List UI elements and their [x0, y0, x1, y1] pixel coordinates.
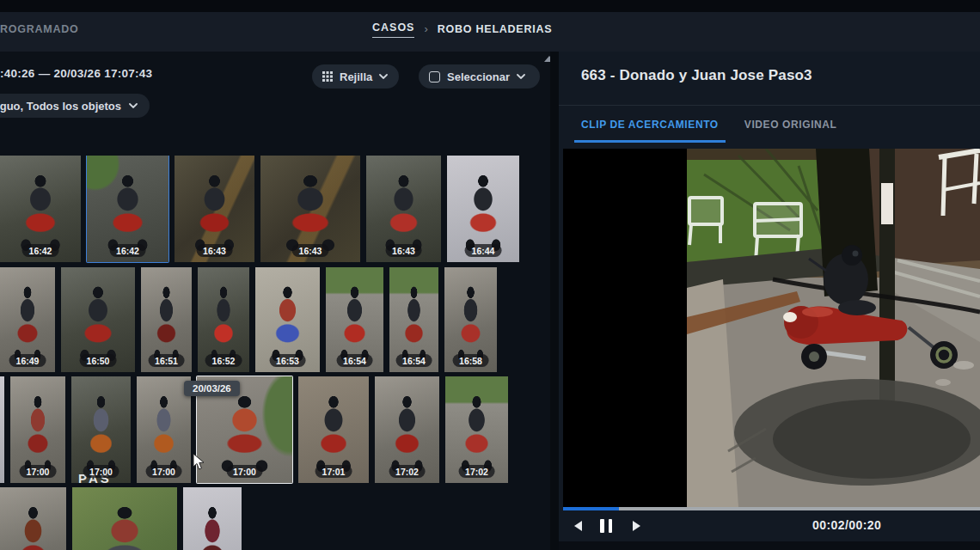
detection-thumbnail[interactable]	[0, 376, 4, 483]
thumbnail-row	[0, 487, 550, 550]
detection-thumbnail[interactable]	[0, 487, 66, 550]
thumbnail-timestamp: 16:42	[109, 244, 146, 257]
chevron-down-icon	[129, 103, 138, 108]
detection-thumbnail[interactable]: 17:01	[298, 376, 369, 483]
detection-thumbnail[interactable]: 16:42	[0, 156, 81, 262]
thumbnail-image	[0, 487, 66, 550]
detection-thumbnail[interactable]: 16:43	[260, 156, 360, 262]
breadcrumb-casos[interactable]: CASOS	[372, 21, 414, 38]
thumbnail-timestamp: 17:02	[389, 465, 426, 478]
previous-frame-button[interactable]	[574, 510, 582, 541]
title-divider	[559, 105, 980, 106]
detection-thumbnail[interactable]: 16:58	[444, 267, 497, 372]
thumbnail-timestamp: 16:54	[336, 354, 373, 367]
detection-thumbnail[interactable]: 17:02	[375, 376, 439, 483]
thumbnail-timestamp: 16:50	[80, 354, 117, 367]
header-bar: ROGRAMADO CASOS › ROBO HELADERIAS	[0, 12, 980, 52]
panel-bottom-strip	[559, 541, 980, 550]
time-range-label: :40:26 — 20/03/26 17:07:43	[0, 67, 152, 80]
detection-thumbnail[interactable]: 16:50	[61, 267, 135, 372]
thumbnail-timestamp: 17:00	[145, 465, 182, 478]
panel-divider	[550, 52, 559, 550]
pause-icon	[600, 519, 604, 533]
select-label: Seleccionar	[447, 70, 510, 83]
tab-video-original[interactable]: VIDEO ORIGINAL	[744, 119, 837, 143]
thumbnail-row: 17:00PAS17:0017:0017:0020/03/2617:0117:0…	[0, 376, 550, 483]
nav-item-programado[interactable]: ROGRAMADO	[0, 23, 78, 35]
thumbnail-timestamp: 16:49	[9, 354, 46, 367]
thumbnail-timestamp: 16:43	[196, 244, 233, 257]
detection-thumbnail[interactable]: PAS17:00	[71, 376, 131, 483]
detection-thumbnail[interactable]	[72, 487, 177, 550]
detection-thumbnail[interactable]: 16:42	[87, 156, 168, 262]
tabs: CLIP DE ACERCAMIENTOVIDEO ORIGINAL	[581, 119, 837, 143]
detection-thumbnail[interactable]: 16:54	[326, 267, 383, 372]
detection-thumbnail[interactable]: 16:53	[255, 267, 320, 372]
breadcrumb-current: ROBO HELADERIAS	[438, 23, 552, 35]
grid-view-label: Rejilla	[340, 70, 372, 83]
detection-thumbnail[interactable]	[183, 487, 242, 550]
detection-thumbnail[interactable]: 16:43	[366, 156, 441, 262]
video-player[interactable]	[563, 149, 980, 507]
camera-title: 663 - Donado y Juan Jose Paso3	[581, 67, 812, 84]
detection-thumbnail[interactable]: 17:00	[10, 376, 65, 483]
thumbnail-timestamp: 16:52	[205, 354, 242, 367]
thumbnail-timestamp: 17:00	[83, 465, 119, 478]
tab-clip-de-acercamiento[interactable]: CLIP DE ACERCAMIENTO	[581, 119, 719, 143]
sort-filter-pill[interactable]: tiguo, Todos los objetos	[0, 94, 150, 118]
sort-filter-label: tiguo, Todos los objetos	[0, 100, 121, 113]
detections-panel: :40:26 — 20/03/26 17:07:43 Rejilla Selec…	[0, 52, 557, 550]
next-frame-button[interactable]	[633, 510, 640, 541]
thumbnail-timestamp: 16:51	[148, 354, 185, 367]
thumbnail-image	[183, 487, 242, 550]
playback-time: 00:02/00:20	[812, 518, 881, 532]
thumbnail-timestamp: 16:43	[292, 244, 329, 257]
grid-icon	[322, 71, 333, 82]
mouse-cursor-icon	[193, 453, 205, 471]
thumbnail-image	[0, 376, 4, 483]
breadcrumb: CASOS › ROBO HELADERIAS	[372, 21, 552, 38]
thumbnail-timestamp: 17:02	[458, 465, 495, 478]
thumbnail-image	[72, 487, 177, 550]
video-frame	[687, 149, 980, 507]
detection-thumbnail[interactable]: 16:54	[389, 267, 438, 372]
detection-thumbnail[interactable]: 16:51	[141, 267, 192, 372]
thumbnail-timestamp: 16:58	[452, 354, 489, 367]
thumbnail-grid: 16:4216:4216:4316:4316:4316:4416:4916:50…	[0, 156, 550, 550]
clip-viewer-panel: 663 - Donado y Juan Jose Paso3 CLIP DE A…	[559, 52, 980, 550]
grid-view-button[interactable]: Rejilla	[312, 64, 399, 89]
window-top-strip	[0, 0, 980, 12]
thumbnail-timestamp: 17:00	[226, 465, 263, 478]
chevron-down-icon	[517, 74, 525, 79]
checkbox-icon	[429, 71, 440, 82]
app: ROGRAMADO CASOS › ROBO HELADERIAS :40:26…	[0, 0, 980, 550]
thumbnail-timestamp: 16:44	[465, 244, 502, 257]
thumbnail-timestamp: 17:00	[20, 465, 57, 478]
detection-thumbnail[interactable]: 17:00	[137, 376, 191, 483]
detection-thumbnail[interactable]: 17:0020/03/26	[197, 376, 292, 483]
thumbnail-timestamp: 16:54	[395, 354, 432, 367]
detection-thumbnail[interactable]: 16:43	[175, 156, 254, 262]
chevron-down-icon	[379, 74, 388, 79]
thumbnail-timestamp: 16:43	[385, 244, 422, 257]
thumbnail-timestamp: 16:42	[22, 244, 59, 257]
detection-thumbnail[interactable]: 16:52	[198, 267, 249, 372]
prev-frame-icon	[574, 521, 582, 531]
pause-button[interactable]	[600, 510, 612, 541]
video-letterbox	[563, 149, 687, 507]
thumbnail-timestamp: 16:53	[269, 354, 306, 367]
thumbnail-row: 16:4916:5016:5116:5216:5316:5416:5416:58	[0, 267, 550, 372]
date-tooltip: 20/03/26	[184, 381, 240, 396]
detection-thumbnail[interactable]: 16:49	[0, 267, 55, 372]
thumbnail-row: 16:4216:4216:4316:4316:4316:44	[0, 156, 550, 262]
select-button[interactable]: Seleccionar	[419, 64, 540, 89]
detection-thumbnail[interactable]: 17:02	[445, 376, 508, 483]
detection-thumbnail[interactable]: 16:44	[447, 156, 519, 262]
next-frame-icon	[633, 521, 640, 531]
playback-controls: 00:02/00:20	[559, 510, 980, 541]
breadcrumb-separator-icon: ›	[424, 22, 427, 35]
thumbnail-timestamp: 17:01	[315, 465, 352, 478]
